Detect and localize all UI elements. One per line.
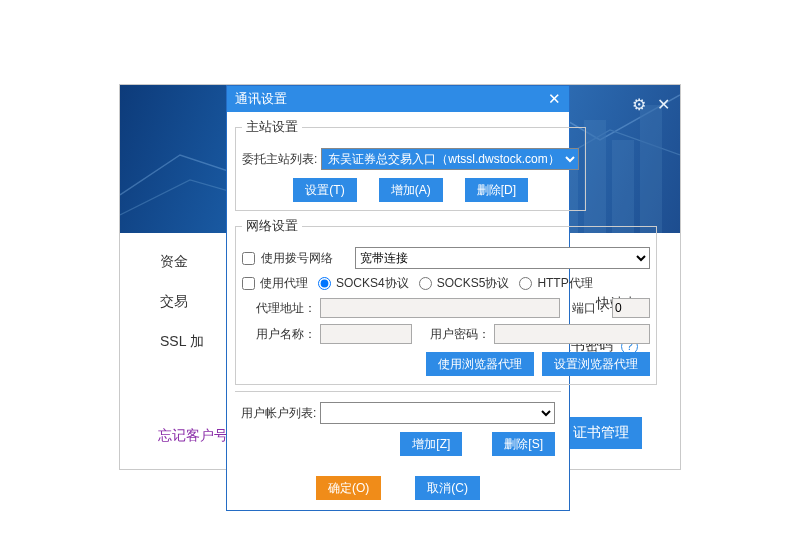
cancel-button[interactable]: 取消(C) (415, 476, 480, 500)
host-add-button[interactable]: 增加(A) (379, 178, 443, 202)
port-input[interactable] (612, 298, 650, 318)
set-browser-proxy-button[interactable]: 设置浏览器代理 (542, 352, 650, 376)
account-list-select[interactable] (320, 402, 555, 424)
password-label: 用户密码： (430, 326, 490, 343)
svg-rect-5 (640, 105, 662, 233)
account-add-button[interactable]: 增加[Z] (400, 432, 462, 456)
host-list-select[interactable]: 东吴证券总交易入口（wtssl.dwstock.com） (321, 148, 579, 170)
host-set-button[interactable]: 设置(T) (293, 178, 356, 202)
username-label: 用户名称： (242, 326, 316, 343)
port-label: 端口： (572, 300, 608, 317)
gear-icon[interactable]: ⚙ (632, 95, 646, 114)
network-legend: 网络设置 (242, 217, 302, 235)
proxy-addr-input[interactable] (320, 298, 560, 318)
label-ssl-left: SSL 加 (160, 333, 204, 351)
use-proxy-checkbox[interactable] (242, 277, 255, 290)
comm-settings-dialog: 通讯设置 ✕ 主站设置 委托主站列表: 东吴证券总交易入口（wtssl.dwst… (226, 85, 570, 511)
connection-select[interactable]: 宽带连接 (355, 247, 650, 269)
proxy-addr-label: 代理地址： (242, 300, 316, 317)
host-settings-group: 主站设置 委托主站列表: 东吴证券总交易入口（wtssl.dwstock.com… (235, 118, 586, 211)
use-proxy-label: 使用代理 (260, 275, 308, 292)
dial-checkbox[interactable] (242, 252, 255, 265)
label-trade-left: 交易 (160, 293, 188, 311)
account-delete-button[interactable]: 删除[S] (492, 432, 555, 456)
username-input[interactable] (320, 324, 412, 344)
dial-label: 使用拨号网络 (261, 250, 351, 267)
socks4-label: SOCKS4协议 (336, 275, 409, 292)
dialog-title: 通讯设置 (235, 90, 548, 108)
dialog-close-icon[interactable]: ✕ (548, 90, 561, 108)
socks5-label: SOCKS5协议 (437, 275, 510, 292)
host-list-label: 委托主站列表: (242, 151, 317, 168)
password-input[interactable] (494, 324, 650, 344)
cert-manage-button[interactable]: 证书管理 (560, 417, 642, 449)
close-icon[interactable]: ✕ (657, 95, 670, 114)
label-account-left: 资金 (160, 253, 188, 271)
dialog-titlebar: 通讯设置 ✕ (227, 86, 569, 112)
host-delete-button[interactable]: 删除[D] (465, 178, 528, 202)
network-settings-group: 网络设置 使用拨号网络 宽带连接 使用代理 SOCKS4协议 (235, 217, 657, 385)
http-label: HTTP代理 (537, 275, 592, 292)
http-radio[interactable] (519, 277, 532, 290)
account-list-label: 用户帐户列表: (241, 405, 316, 422)
socks4-radio[interactable] (318, 277, 331, 290)
ok-button[interactable]: 确定(O) (316, 476, 381, 500)
account-list-group: 用户帐户列表: 增加[Z] 删除[S] (235, 391, 561, 464)
host-legend: 主站设置 (242, 118, 302, 136)
socks5-radio[interactable] (419, 277, 432, 290)
use-browser-proxy-button[interactable]: 使用浏览器代理 (426, 352, 534, 376)
